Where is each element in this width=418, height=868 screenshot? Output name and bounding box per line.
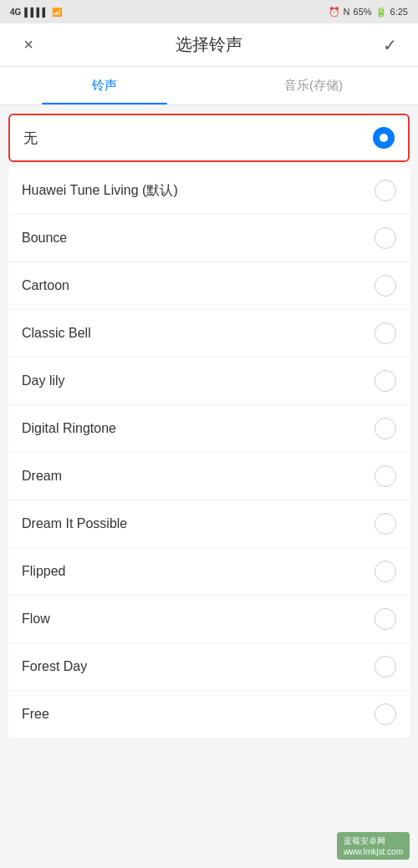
list-item[interactable]: Flow — [8, 596, 410, 643]
status-bar: 4G ▌▌▌▌ 📶 ⏰ N 65% 🔋 6:25 — [0, 0, 418, 23]
radio-unselected-icon — [375, 180, 396, 201]
battery-percent: 65% — [354, 7, 372, 17]
signal-icon: ▌▌▌▌ — [24, 8, 48, 17]
list-item[interactable]: Forest Day — [8, 643, 410, 691]
watermark: 蓝莓安卓网 www.lmkjst.com — [337, 832, 410, 860]
battery-icon: 🔋 — [375, 7, 387, 18]
watermark-url: www.lmkjst.com — [344, 847, 403, 856]
radio-unselected-icon — [375, 703, 396, 725]
selected-none-label: 无 — [23, 129, 38, 148]
tab-music[interactable]: 音乐(存储) — [209, 67, 418, 104]
network-indicator: 4G — [10, 8, 21, 17]
list-item[interactable]: Classic Bell — [8, 310, 410, 358]
list-item[interactable]: Free — [8, 691, 410, 738]
list-item[interactable]: Day lily — [8, 358, 410, 405]
clock: 6:25 — [390, 7, 408, 17]
list-item[interactable]: Flipped — [8, 548, 410, 596]
radio-unselected-icon — [375, 465, 396, 487]
list-item[interactable]: Digital Ringtone — [8, 405, 410, 453]
notification-icon: N — [344, 7, 350, 17]
radio-unselected-icon — [375, 227, 396, 249]
tab-bar: 铃声 音乐(存储) — [0, 67, 418, 105]
list-item[interactable]: Cartoon — [8, 262, 410, 310]
list-item[interactable]: Dream It Possible — [8, 500, 410, 548]
radio-unselected-icon — [375, 513, 396, 535]
radio-unselected-icon — [375, 418, 396, 439]
content-area: 无 Huawei Tune Living (默认) Bounce Cartoon… — [0, 105, 418, 746]
radio-unselected-icon — [375, 275, 396, 297]
radio-selected-icon — [373, 127, 395, 149]
tab-ringtone[interactable]: 铃声 — [0, 67, 209, 104]
radio-unselected-icon — [375, 322, 396, 344]
list-item[interactable]: Huawei Tune Living (默认) — [8, 167, 410, 215]
confirm-button[interactable]: ✓ — [375, 30, 405, 60]
radio-unselected-icon — [375, 608, 396, 630]
top-bar: × 选择铃声 ✓ — [0, 23, 418, 67]
page-title: 选择铃声 — [176, 33, 242, 56]
ringtone-list: Huawei Tune Living (默认) Bounce Cartoon C… — [8, 167, 410, 738]
radio-unselected-icon — [375, 370, 396, 392]
status-left: 4G ▌▌▌▌ 📶 — [10, 8, 62, 17]
close-button[interactable]: × — [13, 30, 43, 60]
selected-none-item[interactable]: 无 — [8, 114, 410, 162]
watermark-brand: 蓝莓安卓网 — [344, 835, 403, 847]
radio-unselected-icon — [375, 561, 396, 582]
status-right: ⏰ N 65% 🔋 6:25 — [329, 7, 408, 18]
list-item[interactable]: Dream — [8, 453, 410, 500]
radio-unselected-icon — [375, 656, 396, 678]
wifi-icon: 📶 — [52, 8, 62, 17]
list-item[interactable]: Bounce — [8, 215, 410, 262]
alarm-icon: ⏰ — [329, 7, 340, 18]
